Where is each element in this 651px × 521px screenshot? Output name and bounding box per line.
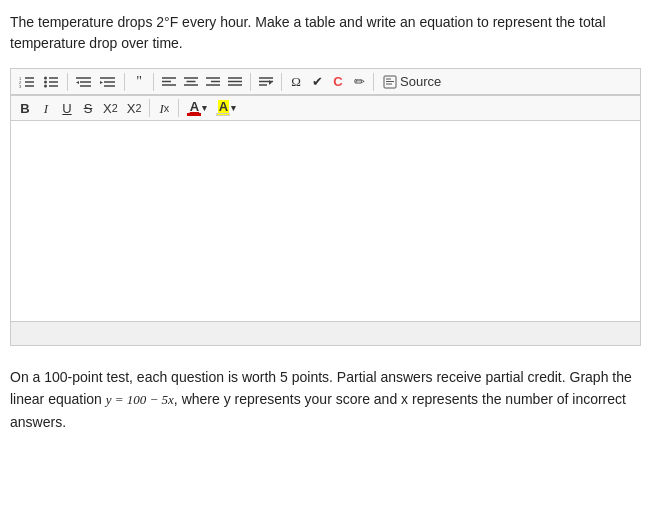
align-group xyxy=(158,74,246,90)
source-icon xyxy=(383,75,397,89)
svg-point-11 xyxy=(44,84,47,87)
indent-group xyxy=(72,73,120,91)
editor-body[interactable] xyxy=(11,121,640,321)
refresh-button[interactable]: C xyxy=(328,73,348,90)
align-left-button[interactable] xyxy=(158,74,180,90)
highlight-button[interactable]: A ▾ xyxy=(212,98,240,118)
sep1 xyxy=(67,73,68,91)
underline-button[interactable]: U xyxy=(57,100,77,117)
font-color-button[interactable]: A ▾ xyxy=(183,98,211,118)
align-right-button[interactable] xyxy=(202,74,224,90)
source-button[interactable]: Source xyxy=(378,72,446,91)
ordered-list-button[interactable]: 1 2 3 xyxy=(15,73,39,91)
remove-format-button[interactable]: Ix xyxy=(154,100,174,117)
justify-button[interactable] xyxy=(224,74,246,90)
increase-indent-button[interactable] xyxy=(96,73,120,91)
align-center-button[interactable] xyxy=(180,74,202,90)
sep7 xyxy=(149,99,150,117)
decrease-indent-button[interactable] xyxy=(72,73,96,91)
editor-container: 1 2 3 xyxy=(10,68,641,346)
sep2 xyxy=(124,73,125,91)
checkmark-button[interactable]: ✔ xyxy=(307,73,327,90)
source-label: Source xyxy=(400,74,441,89)
svg-marker-19 xyxy=(100,81,103,84)
superscript-button[interactable]: X2 xyxy=(123,100,146,117)
outro-section: On a 100-point test, each question is wo… xyxy=(10,366,641,434)
pencil-button[interactable]: ✏ xyxy=(349,73,369,90)
editor-status-bar xyxy=(11,321,640,345)
unordered-list-button[interactable] xyxy=(39,73,63,91)
sep4 xyxy=(250,73,251,91)
sep5 xyxy=(281,73,282,91)
strikethrough-button[interactable]: S xyxy=(78,100,98,117)
format-menu-button[interactable] xyxy=(255,74,277,90)
list-buttons-group: 1 2 3 xyxy=(15,73,63,91)
toolbar-row2: B I U S X2 X2 Ix A ▾ A ▾ xyxy=(11,95,640,121)
intro-text: The temperature drops 2°F every hour. Ma… xyxy=(10,12,641,54)
sep6 xyxy=(373,73,374,91)
sep3 xyxy=(153,73,154,91)
blockquote-button[interactable]: " xyxy=(129,73,149,91)
subscript-button[interactable]: X2 xyxy=(99,100,122,117)
sep8 xyxy=(178,99,179,117)
svg-point-9 xyxy=(44,76,47,79)
svg-text:3: 3 xyxy=(19,83,22,88)
italic-button[interactable]: I xyxy=(36,100,56,117)
equation-display: y = 100 − 5x xyxy=(106,392,174,407)
toolbar-row1: 1 2 3 xyxy=(11,69,640,95)
svg-marker-15 xyxy=(76,81,79,84)
svg-point-10 xyxy=(44,80,47,83)
omega-button[interactable]: Ω xyxy=(286,73,306,90)
bold-button[interactable]: B xyxy=(15,100,35,117)
